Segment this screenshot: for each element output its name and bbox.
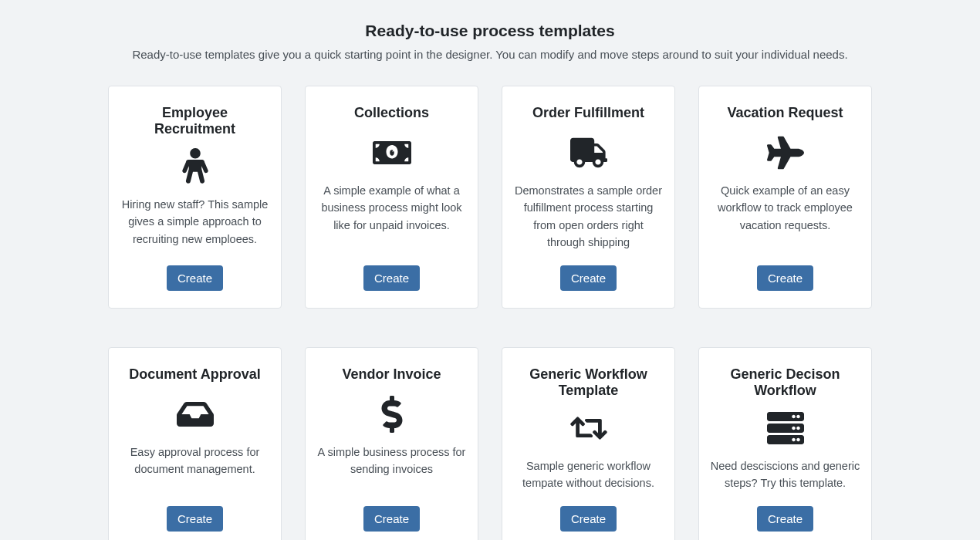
server-icon <box>767 410 804 447</box>
person-icon <box>177 148 214 185</box>
template-title: Vacation Request <box>727 105 843 123</box>
template-card: Vendor Invoice A simple business process… <box>305 347 478 540</box>
template-card: Collections 1 /* override to display the… <box>305 86 478 309</box>
inbox-icon <box>177 396 214 433</box>
template-card: Document Approval Easy approval process … <box>108 347 282 540</box>
template-desc: Quick example of an easy workflow to tra… <box>710 182 860 251</box>
template-card-grid: Employee Recruitment Hiring new staff? T… <box>108 86 872 540</box>
templates-section: Ready-to-use process templates Ready-to-… <box>108 0 872 540</box>
create-button[interactable]: Create <box>757 506 813 532</box>
retweet-icon <box>570 410 607 447</box>
template-title: Generic Decison Workflow <box>710 366 860 399</box>
template-card: Order Fulfillment Demonstrates a sample … <box>502 86 675 309</box>
template-title: Document Approval <box>129 366 260 385</box>
template-desc: Need desciscions and generic steps? Try … <box>710 457 860 492</box>
create-button[interactable]: Create <box>363 265 420 291</box>
template-title: Employee Recruitment <box>120 105 270 137</box>
create-button[interactable]: Create <box>167 506 223 532</box>
template-desc: A simple example of what a business proc… <box>316 182 467 251</box>
template-desc: Demonstrates a sample order fulfillment … <box>513 182 664 251</box>
template-title: Generic Workflow Template <box>513 366 664 399</box>
template-card: Vacation Request Quick example of an eas… <box>698 86 872 309</box>
create-button[interactable]: Create <box>167 265 223 291</box>
template-title: Collections <box>354 105 429 123</box>
plane-icon <box>767 134 804 171</box>
template-card: Generic Decison Workflow Need desciscion… <box>698 347 872 540</box>
create-button[interactable]: Create <box>560 265 617 291</box>
template-card: Generic Workflow Template Sample generic… <box>502 347 675 540</box>
truck-icon <box>570 134 607 171</box>
template-title: Order Fulfillment <box>532 105 644 123</box>
dollar-icon <box>380 396 404 433</box>
create-button[interactable]: Create <box>757 265 813 291</box>
section-title: Ready-to-use process templates <box>108 22 872 40</box>
template-card: Employee Recruitment Hiring new staff? T… <box>108 86 282 309</box>
template-title: Vendor Invoice <box>342 366 441 385</box>
template-desc: Easy approval process for document manag… <box>120 444 270 492</box>
template-desc: Hiring new staff? This sample gives a si… <box>120 196 270 251</box>
create-button[interactable]: Create <box>560 506 617 532</box>
section-subtitle: Ready-to-use templates give you a quick … <box>108 48 872 61</box>
create-button[interactable]: Create <box>363 506 420 532</box>
template-desc: Sample generic workflow tempate without … <box>513 457 664 492</box>
money-bill-icon: 1 <box>369 134 415 171</box>
template-desc: A simple business process for sending in… <box>316 444 467 492</box>
svg-text:1: 1 <box>389 149 392 155</box>
